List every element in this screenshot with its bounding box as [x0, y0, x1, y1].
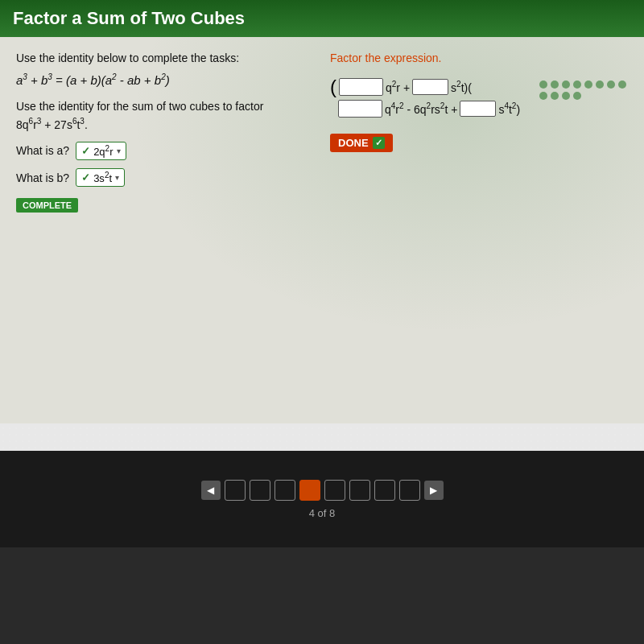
a-answer-badge[interactable]: ✓ 2q2r ▾	[76, 142, 126, 160]
use-identity-text: Use the identity for the sum of two cube…	[16, 98, 314, 134]
check-icon-b: ✓	[81, 171, 90, 184]
right-panel: Factor the expression. ( q2r + s2t)( q4r…	[330, 52, 628, 409]
check-icon-a: ✓	[81, 145, 90, 157]
expr-text-3: q4r2 - 6q2rs2t +	[385, 101, 457, 116]
what-is-b-label: What is b?	[16, 171, 69, 184]
b-answer-value: 3s2t	[93, 171, 112, 184]
input-b1[interactable]	[412, 79, 448, 95]
input-a2[interactable]	[338, 100, 382, 118]
expr-row-2: q4r2 - 6q2rs2t + s4t2)	[338, 100, 628, 118]
expr-text-1: q2r +	[386, 80, 410, 94]
chevron-down-icon-a: ▾	[117, 147, 121, 155]
factor-title: Factor the expression.	[330, 52, 628, 64]
content-body: Use the identity below to complete the t…	[0, 37, 644, 423]
expression-to-factor: 8q6r3 + 27s6t3.	[16, 118, 88, 131]
main-content: Factor a Sum of Two Cubes Use the identi…	[0, 0, 644, 451]
nav-dot-4[interactable]	[299, 480, 320, 501]
nav-dot-6[interactable]	[349, 480, 370, 501]
nav-next-button[interactable]: ▶	[424, 481, 444, 500]
input-a1[interactable]	[339, 78, 383, 96]
expr-text-2: s2t)(	[451, 80, 472, 94]
done-button[interactable]: DONE ✓	[330, 134, 393, 152]
nav-dot-2[interactable]	[250, 480, 270, 501]
navigation-bar: ◀ ▶ 4 of 8	[0, 451, 644, 547]
complete-badge: COMPLETE	[16, 198, 78, 213]
input-b2[interactable]	[460, 101, 496, 117]
nav-prev-button[interactable]: ◀	[201, 481, 221, 500]
b-answer-badge[interactable]: ✓ 3s2t ▾	[76, 168, 125, 187]
nav-dot-7[interactable]	[374, 480, 395, 501]
a-answer-value: 2q2r	[93, 144, 113, 158]
what-is-a-label: What is a?	[16, 144, 69, 157]
what-is-a-row: What is a? ✓ 2q2r ▾	[16, 142, 314, 160]
left-panel: Use the identity below to complete the t…	[16, 52, 314, 409]
identity-text: a3 + b3 = (a + b)(a2 - ab + b2)	[16, 73, 170, 87]
decoration-dots	[539, 80, 636, 100]
chevron-down-icon-b: ▾	[115, 173, 119, 182]
nav-dot-3[interactable]	[275, 480, 295, 501]
page-header: Factor a Sum of Two Cubes	[0, 0, 644, 37]
page-title: Factor a Sum of Two Cubes	[13, 8, 245, 29]
nav-dots-row: ◀ ▶	[201, 480, 444, 501]
instruction-text: Use the identity below to complete the t…	[16, 52, 314, 64]
page-indicator: 4 of 8	[309, 507, 336, 519]
nav-dot-8[interactable]	[399, 480, 420, 501]
identity-formula: a3 + b3 = (a + b)(a2 - ab + b2)	[16, 72, 314, 87]
open-paren-1: (	[330, 77, 336, 97]
done-label: DONE	[338, 137, 369, 149]
what-is-b-row: What is b? ✓ 3s2t ▾	[16, 168, 314, 187]
factor-title-text: Factor the expression.	[330, 52, 442, 64]
nav-dot-5[interactable]	[324, 480, 345, 501]
done-check-icon: ✓	[373, 137, 385, 149]
nav-dot-1[interactable]	[225, 480, 246, 501]
expr-text-4: s4t2)	[498, 101, 520, 116]
